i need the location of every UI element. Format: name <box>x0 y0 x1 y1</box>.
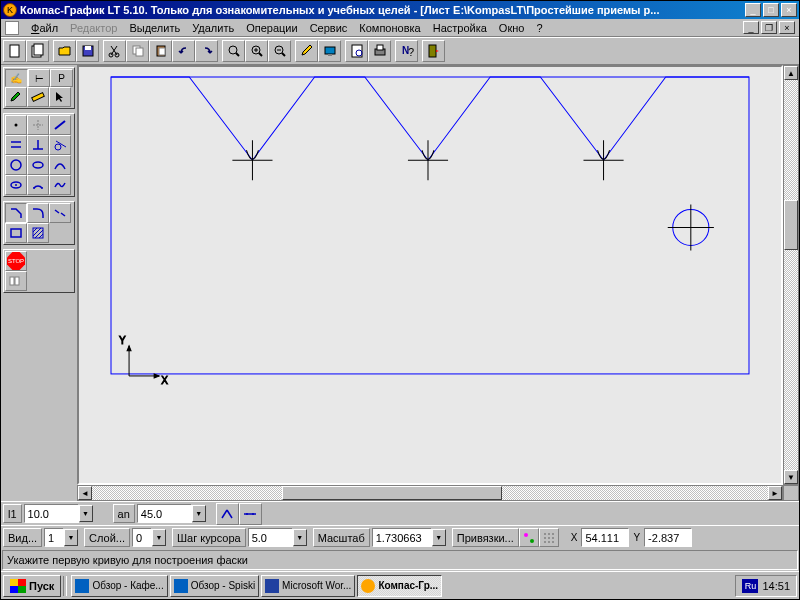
arc-tool[interactable] <box>49 155 71 175</box>
hatch-tool[interactable] <box>27 223 49 243</box>
menu-service[interactable]: Сервис <box>304 21 354 35</box>
break-tool[interactable] <box>49 203 71 223</box>
snap-button[interactable]: Привязки... <box>452 528 519 547</box>
rectangle-tool[interactable] <box>5 223 27 243</box>
param-mode1-button[interactable] <box>216 503 239 525</box>
ellipse-tool[interactable] <box>27 155 49 175</box>
cursor-step-field[interactable]: 5.0 <box>248 528 293 547</box>
doc-restore-button[interactable]: ❐ <box>761 21 777 34</box>
doc-minimize-button[interactable]: _ <box>743 21 759 34</box>
scroll-up-button[interactable]: ▲ <box>784 66 798 80</box>
parallel-line-tool[interactable] <box>5 135 27 155</box>
menu-delete[interactable]: Удалить <box>186 21 240 35</box>
svg-rect-4 <box>85 46 91 50</box>
menu-operations[interactable]: Операции <box>240 21 303 35</box>
edit-button[interactable] <box>295 40 318 62</box>
help-button[interactable]: N? <box>395 40 418 62</box>
segment-tool[interactable] <box>49 115 71 135</box>
aux-line-tool[interactable] <box>27 115 49 135</box>
point-tool[interactable] <box>5 115 27 135</box>
scroll-left-button[interactable]: ◄ <box>78 486 92 500</box>
clock[interactable]: 14:51 <box>762 580 790 592</box>
menu-window[interactable]: Окно <box>493 21 531 35</box>
scale-dropdown[interactable]: ▼ <box>432 529 446 546</box>
menu-file[interactable]: ФФайлайл <box>25 21 64 35</box>
circle-tool[interactable] <box>5 155 27 175</box>
hscroll-thumb[interactable] <box>282 486 502 500</box>
menu-layout[interactable]: Компоновка <box>353 21 426 35</box>
param-mode2-button[interactable] <box>239 503 262 525</box>
aux-panel-button[interactable] <box>5 271 27 291</box>
tab-geometry[interactable]: ✍ <box>5 69 28 87</box>
close-button[interactable]: × <box>781 3 797 17</box>
layer-dropdown[interactable]: ▼ <box>152 529 166 546</box>
zoom-window-button[interactable] <box>222 40 245 62</box>
scroll-right-button[interactable]: ► <box>768 486 782 500</box>
tool-edit-icon[interactable] <box>5 87 27 107</box>
new-button[interactable] <box>3 40 26 62</box>
new-sheet-button[interactable] <box>26 40 49 62</box>
param-l1-field[interactable]: 10.0 <box>24 504 79 523</box>
open-button[interactable] <box>53 40 76 62</box>
minimize-button[interactable]: _ <box>745 3 761 17</box>
menu-settings[interactable]: Настройка <box>427 21 493 35</box>
cut-button[interactable] <box>103 40 126 62</box>
vertical-scrollbar[interactable]: ▲ ▼ <box>783 65 799 485</box>
snap-grid-button[interactable] <box>539 528 559 547</box>
doc-close-button[interactable]: × <box>779 21 795 34</box>
snap-mode1-button[interactable] <box>519 528 539 547</box>
svg-point-46 <box>33 187 35 189</box>
arc2-tool[interactable] <box>27 175 49 195</box>
tool-select-icon[interactable] <box>49 87 71 107</box>
print-preview-button[interactable] <box>345 40 368 62</box>
horizontal-scrollbar[interactable]: ◄ ► <box>77 485 783 501</box>
zoom-out-button[interactable] <box>268 40 291 62</box>
tool-measure-icon[interactable] <box>27 87 49 107</box>
view-field[interactable]: 1 <box>44 528 64 547</box>
screen-button[interactable] <box>318 40 341 62</box>
scale-field[interactable]: 1.730663 <box>372 528 432 547</box>
menu-select[interactable]: Выделить <box>123 21 186 35</box>
tab-params[interactable]: P <box>50 69 73 87</box>
taskbar-item-2[interactable]: Обзор - Spiski <box>170 575 259 597</box>
param-l1-dropdown[interactable]: ▼ <box>79 505 93 522</box>
param-an-field[interactable]: 45.0 <box>137 504 192 523</box>
cursor-step-dropdown[interactable]: ▼ <box>293 529 307 546</box>
view-dropdown[interactable]: ▼ <box>64 529 78 546</box>
param-an-label[interactable]: an <box>113 504 135 523</box>
cursor-step-label: Шаг курсора <box>172 528 246 547</box>
save-button[interactable] <box>76 40 99 62</box>
drawing-canvas[interactable]: Y X <box>77 65 783 485</box>
vscroll-thumb[interactable] <box>784 200 798 250</box>
layer-field[interactable]: 0 <box>132 528 152 547</box>
spline-tool[interactable] <box>49 175 71 195</box>
tab-dimension[interactable]: ⊢ <box>28 69 51 87</box>
language-indicator[interactable]: Ru <box>742 579 758 593</box>
tangent-line-tool[interactable] <box>49 135 71 155</box>
maximize-button[interactable]: □ <box>763 3 779 17</box>
paste-button[interactable] <box>149 40 172 62</box>
taskbar-item-1[interactable]: Обзор - Кафе... <box>71 575 167 597</box>
redo-button[interactable] <box>195 40 218 62</box>
zoom-in-button[interactable] <box>245 40 268 62</box>
menu-help[interactable]: ? <box>530 21 548 35</box>
ellipse2-tool[interactable] <box>5 175 27 195</box>
fillet-tool[interactable] <box>27 203 49 223</box>
view-button[interactable]: Вид... <box>3 528 42 547</box>
copy-button[interactable] <box>126 40 149 62</box>
layer-button[interactable]: Слой... <box>84 528 130 547</box>
start-button[interactable]: Пуск <box>3 575 61 597</box>
document-icon[interactable] <box>5 21 19 35</box>
svg-line-48 <box>55 210 59 213</box>
param-an-dropdown[interactable]: ▼ <box>192 505 206 522</box>
exit-button[interactable] <box>422 40 445 62</box>
stop-button[interactable]: STOP <box>5 251 27 271</box>
taskbar-item-4[interactable]: Компас-Гр... <box>357 575 442 597</box>
taskbar-item-3[interactable]: Microsoft Wor... <box>261 575 355 597</box>
scroll-down-button[interactable]: ▼ <box>784 470 798 484</box>
chamfer-tool[interactable] <box>5 203 27 223</box>
print-button[interactable] <box>368 40 391 62</box>
perpendicular-tool[interactable] <box>27 135 49 155</box>
param-l1-label[interactable]: l1 <box>3 504 22 523</box>
undo-button[interactable] <box>172 40 195 62</box>
